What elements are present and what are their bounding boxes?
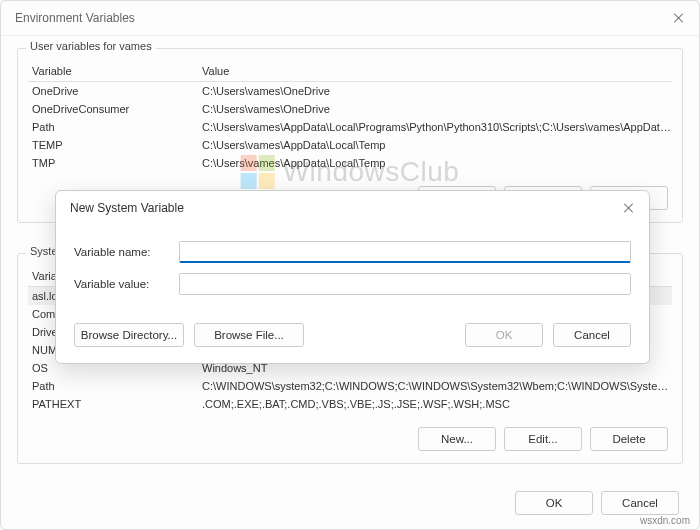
modal-title: New System Variable — [70, 201, 184, 215]
system-delete-button[interactable]: Delete — [590, 427, 668, 451]
table-row[interactable]: OneDriveConsumerC:\Users\vames\OneDrive — [28, 100, 672, 118]
user-group-label: User variables for vames — [26, 40, 156, 52]
browse-directory-button[interactable]: Browse Directory... — [74, 323, 184, 347]
variable-value-input[interactable] — [179, 273, 631, 295]
column-variable[interactable]: Variable — [28, 65, 198, 77]
window-titlebar: Environment Variables — [1, 1, 699, 36]
window-title: Environment Variables — [15, 11, 135, 25]
table-row[interactable]: TMPC:\Users\vames\AppData\Local\Temp — [28, 154, 672, 172]
variable-value-label: Variable value: — [74, 278, 179, 290]
table-row[interactable]: TEMPC:\Users\vames\AppData\Local\Temp — [28, 136, 672, 154]
close-icon[interactable] — [673, 12, 685, 24]
browse-file-button[interactable]: Browse File... — [194, 323, 304, 347]
close-icon[interactable] — [623, 202, 635, 214]
table-row[interactable]: PathC:\Users\vames\AppData\Local\Program… — [28, 118, 672, 136]
user-table-header: Variable Value — [28, 61, 672, 82]
variable-name-label: Variable name: — [74, 246, 179, 258]
column-value[interactable]: Value — [198, 65, 672, 77]
modal-ok-button[interactable]: OK — [465, 323, 543, 347]
main-ok-button[interactable]: OK — [515, 491, 593, 515]
source-watermark: wsxdn.com — [640, 515, 690, 526]
modal-cancel-button[interactable]: Cancel — [553, 323, 631, 347]
variable-name-input[interactable] — [179, 241, 631, 263]
new-system-variable-dialog: New System Variable Variable name: Varia… — [55, 190, 650, 364]
main-cancel-button[interactable]: Cancel — [601, 491, 679, 515]
system-edit-button[interactable]: Edit... — [504, 427, 582, 451]
table-row[interactable]: PathC:\WINDOWS\system32;C:\WINDOWS;C:\WI… — [28, 377, 672, 395]
system-new-button[interactable]: New... — [418, 427, 496, 451]
table-row[interactable]: PATHEXT.COM;.EXE;.BAT;.CMD;.VBS;.VBE;.JS… — [28, 395, 672, 413]
table-row[interactable]: OneDriveC:\Users\vames\OneDrive — [28, 82, 672, 100]
